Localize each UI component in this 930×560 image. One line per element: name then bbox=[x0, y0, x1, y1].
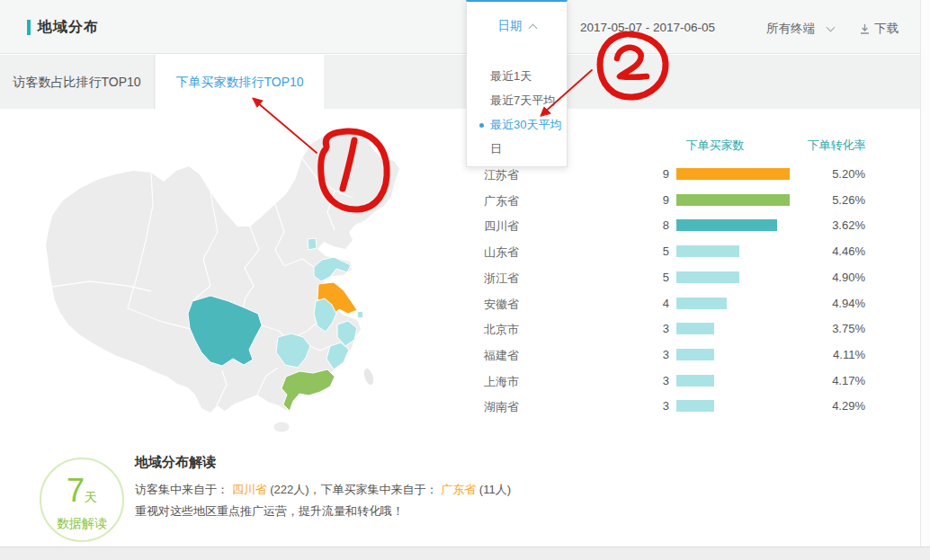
buyer-count-value: 4 bbox=[635, 297, 669, 310]
buyer-count-bar bbox=[676, 271, 739, 283]
province-label: 北京市 bbox=[484, 322, 601, 338]
conversion-rate-value: 4.90% bbox=[808, 271, 865, 284]
buyer-count-value: 3 bbox=[635, 322, 669, 335]
province-label: 浙江省 bbox=[484, 271, 601, 287]
conversion-rate-value: 3.75% bbox=[808, 322, 865, 335]
buyer-count-value: 9 bbox=[635, 193, 669, 207]
buyer-count-value: 5 bbox=[635, 244, 669, 258]
buyer-count-bar bbox=[676, 245, 739, 257]
scrollbar-track[interactable] bbox=[920, 0, 930, 547]
download-icon bbox=[859, 23, 871, 35]
column-header-order-buyers: 下单买家数 bbox=[666, 138, 765, 154]
buyer-count-bar bbox=[676, 219, 777, 231]
conversion-rate-value: 4.46% bbox=[808, 244, 865, 258]
china-map bbox=[18, 115, 468, 443]
buyer-count-bar bbox=[676, 194, 790, 206]
terminal-filter-dropdown[interactable]: 所有终端 bbox=[766, 21, 834, 37]
province-label: 福建省 bbox=[484, 348, 601, 364]
conversion-rate-value: 5.20% bbox=[808, 167, 865, 181]
page-title-block: 地域分布 bbox=[27, 18, 99, 37]
map-island-hainan[interactable] bbox=[273, 422, 290, 432]
menu-item-last-7-days[interactable]: 最近7天平均 bbox=[467, 88, 567, 112]
buyer-count-value: 3 bbox=[635, 348, 669, 361]
buyer-count-bar bbox=[676, 349, 714, 360]
province-label: 四川省 bbox=[484, 218, 601, 235]
conversion-rate-value: 3.62% bbox=[808, 218, 865, 232]
buyer-count-value: 3 bbox=[635, 399, 669, 413]
regional-distribution-panel: 地域分布 2017-05-07 - 2017-06-05 所有终端 下载 访客数… bbox=[0, 0, 930, 560]
menu-item-last-30-days[interactable]: 最近30天平均 bbox=[467, 112, 567, 137]
menu-item-day[interactable]: 日 bbox=[467, 137, 567, 161]
map-province-beijing[interactable] bbox=[308, 238, 317, 250]
conversion-rate-value: 4.11% bbox=[808, 348, 865, 361]
province-label: 上海市 bbox=[484, 374, 601, 390]
date-range-text: 2017-05-07 - 2017-06-05 bbox=[580, 21, 715, 34]
province-label: 湖南省 bbox=[484, 399, 601, 415]
buyer-count-value: 5 bbox=[635, 271, 669, 284]
province-label: 安徽省 bbox=[484, 297, 601, 313]
tab-bar: 访客数占比排行TOP10 下单买家数排行TOP10 bbox=[0, 55, 920, 109]
tab-visitor-ratio-top10[interactable]: 访客数占比排行TOP10 bbox=[0, 55, 155, 109]
buyer-count-bar bbox=[676, 375, 714, 387]
chevron-down-icon bbox=[827, 23, 836, 32]
selected-dot-icon bbox=[479, 123, 484, 128]
insight-badge: 7天 数据解读 bbox=[40, 458, 124, 542]
date-dropdown-button[interactable]: 日期 bbox=[467, 18, 567, 34]
map-province-shanghai[interactable] bbox=[357, 311, 363, 318]
buyer-province-link[interactable]: 广东省 bbox=[441, 483, 476, 496]
menu-item-last-1-day[interactable]: 最近1天 bbox=[467, 64, 567, 88]
footer-strip bbox=[0, 547, 930, 560]
buyer-count-bar bbox=[676, 323, 714, 334]
conversion-rate-value: 4.94% bbox=[808, 297, 865, 310]
title-accent-bar bbox=[27, 20, 31, 35]
buyer-count-value: 3 bbox=[635, 374, 669, 387]
insight-line1: 访客集中来自于： 四川省 (222人)，下单买家集中来自于： 广东省 (11人) bbox=[135, 482, 511, 498]
province-label: 广东省 bbox=[484, 193, 601, 209]
buyer-count-value: 9 bbox=[635, 167, 669, 181]
download-button[interactable]: 下载 bbox=[859, 21, 899, 37]
tab-order-buyers-top10[interactable]: 下单买家数排行TOP10 bbox=[156, 55, 324, 109]
buyer-count-value: 8 bbox=[635, 218, 669, 232]
province-label: 山东省 bbox=[484, 244, 601, 261]
date-dropdown-menu: 日期 最近1天 最近7天平均 最近30天平均 日 bbox=[466, 0, 568, 167]
insight-line2: 重视对这些地区重点推广运营，提升流量和转化哦！ bbox=[135, 503, 404, 520]
top-toolbar: 地域分布 2017-05-07 - 2017-06-05 所有终端 下载 bbox=[0, 0, 920, 54]
visitor-province-link[interactable]: 四川省 bbox=[232, 483, 267, 496]
conversion-rate-value: 4.29% bbox=[808, 399, 865, 413]
buyer-count-bar bbox=[676, 298, 727, 309]
map-province-guangdong[interactable] bbox=[282, 369, 335, 411]
province-label: 江苏省 bbox=[484, 167, 601, 183]
conversion-rate-value: 4.17% bbox=[808, 374, 865, 387]
map-island-taiwan[interactable] bbox=[362, 367, 376, 387]
buyer-count-bar bbox=[676, 400, 714, 412]
conversion-rate-value: 5.26% bbox=[808, 193, 865, 207]
chevron-up-icon bbox=[528, 24, 537, 33]
buyer-count-bar bbox=[676, 168, 790, 180]
page-title: 地域分布 bbox=[38, 18, 99, 37]
column-header-conversion-rate: 下单转化率 bbox=[796, 138, 877, 154]
insight-title: 地域分布解读 bbox=[135, 454, 216, 471]
